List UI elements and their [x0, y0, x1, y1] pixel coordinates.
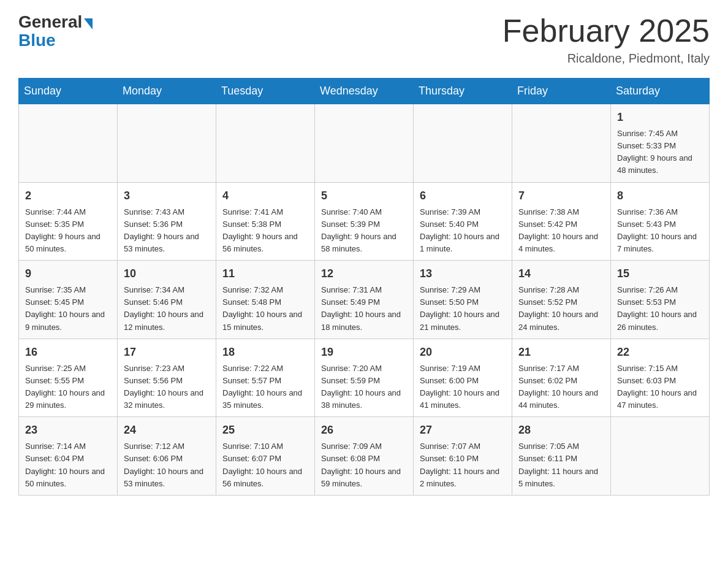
table-row: 23Sunrise: 7:14 AMSunset: 6:04 PMDayligh… [19, 417, 118, 496]
table-row: 4Sunrise: 7:41 AMSunset: 5:38 PMDaylight… [216, 182, 315, 261]
day-number: 16 [25, 344, 111, 361]
day-number: 25 [222, 422, 308, 439]
day-info: Sunrise: 7:05 AMSunset: 6:11 PMDaylight:… [518, 440, 604, 490]
calendar-week-row: 2Sunrise: 7:44 AMSunset: 5:35 PMDaylight… [19, 182, 710, 261]
day-info: Sunrise: 7:26 AMSunset: 5:53 PMDaylight:… [617, 284, 703, 334]
day-info: Sunrise: 7:07 AMSunset: 6:10 PMDaylight:… [420, 440, 506, 490]
table-row: 5Sunrise: 7:40 AMSunset: 5:39 PMDaylight… [315, 182, 414, 261]
page-header: General Blue February 2025 Ricaldone, Pi… [18, 12, 710, 66]
day-number: 28 [518, 422, 604, 439]
day-info: Sunrise: 7:45 AMSunset: 5:33 PMDaylight:… [617, 128, 703, 177]
table-row: 11Sunrise: 7:32 AMSunset: 5:48 PMDayligh… [216, 261, 315, 339]
col-wednesday: Wednesday [315, 79, 414, 104]
col-friday: Friday [512, 79, 611, 104]
table-row: 13Sunrise: 7:29 AMSunset: 5:50 PMDayligh… [414, 261, 512, 339]
day-number: 14 [518, 266, 604, 282]
day-number: 27 [420, 422, 506, 439]
day-number: 11 [222, 266, 308, 282]
table-row [512, 104, 611, 183]
table-row: 12Sunrise: 7:31 AMSunset: 5:49 PMDayligh… [315, 261, 414, 339]
day-number: 1 [617, 109, 703, 126]
table-row: 22Sunrise: 7:15 AMSunset: 6:03 PMDayligh… [611, 339, 710, 417]
col-sunday: Sunday [19, 79, 118, 104]
day-info: Sunrise: 7:20 AMSunset: 5:59 PMDaylight:… [321, 362, 407, 412]
calendar-week-row: 9Sunrise: 7:35 AMSunset: 5:45 PMDaylight… [19, 261, 710, 339]
day-info: Sunrise: 7:38 AMSunset: 5:42 PMDaylight:… [518, 206, 604, 256]
day-info: Sunrise: 7:43 AMSunset: 5:36 PMDaylight:… [124, 206, 210, 256]
day-info: Sunrise: 7:35 AMSunset: 5:45 PMDaylight:… [25, 284, 111, 334]
day-info: Sunrise: 7:28 AMSunset: 5:52 PMDaylight:… [518, 284, 604, 334]
title-section: February 2025 Ricaldone, Piedmont, Italy [502, 12, 710, 66]
day-number: 13 [420, 266, 506, 282]
table-row: 7Sunrise: 7:38 AMSunset: 5:42 PMDaylight… [512, 182, 611, 261]
day-info: Sunrise: 7:12 AMSunset: 6:06 PMDaylight:… [124, 440, 210, 490]
day-info: Sunrise: 7:41 AMSunset: 5:38 PMDaylight:… [222, 206, 308, 256]
table-row [19, 104, 118, 183]
day-number: 10 [124, 266, 210, 282]
day-info: Sunrise: 7:34 AMSunset: 5:46 PMDaylight:… [124, 284, 210, 334]
col-tuesday: Tuesday [216, 79, 315, 104]
day-info: Sunrise: 7:25 AMSunset: 5:55 PMDaylight:… [25, 362, 111, 412]
calendar-week-row: 1Sunrise: 7:45 AMSunset: 5:33 PMDaylight… [19, 104, 710, 183]
day-number: 8 [617, 188, 703, 204]
table-row: 9Sunrise: 7:35 AMSunset: 5:45 PMDaylight… [19, 261, 118, 339]
table-row: 25Sunrise: 7:10 AMSunset: 6:07 PMDayligh… [216, 417, 315, 496]
day-number: 23 [25, 422, 111, 439]
day-number: 24 [124, 422, 210, 439]
day-number: 6 [420, 188, 506, 204]
day-number: 26 [321, 422, 407, 439]
table-row: 15Sunrise: 7:26 AMSunset: 5:53 PMDayligh… [611, 261, 710, 339]
day-info: Sunrise: 7:09 AMSunset: 6:08 PMDaylight:… [321, 440, 407, 490]
day-info: Sunrise: 7:22 AMSunset: 5:57 PMDaylight:… [222, 362, 308, 412]
logo: General Blue [18, 12, 93, 50]
table-row: 21Sunrise: 7:17 AMSunset: 6:02 PMDayligh… [512, 339, 611, 417]
location-subtitle: Ricaldone, Piedmont, Italy [502, 52, 710, 66]
day-info: Sunrise: 7:19 AMSunset: 6:00 PMDaylight:… [420, 362, 506, 412]
table-row [118, 104, 216, 183]
table-row [414, 104, 512, 183]
day-info: Sunrise: 7:40 AMSunset: 5:39 PMDaylight:… [321, 206, 407, 256]
day-info: Sunrise: 7:36 AMSunset: 5:43 PMDaylight:… [617, 206, 703, 256]
table-row [611, 417, 710, 496]
table-row: 28Sunrise: 7:05 AMSunset: 6:11 PMDayligh… [512, 417, 611, 496]
logo-general-text: General [18, 12, 82, 32]
day-info: Sunrise: 7:29 AMSunset: 5:50 PMDaylight:… [420, 284, 506, 334]
table-row: 2Sunrise: 7:44 AMSunset: 5:35 PMDaylight… [19, 182, 118, 261]
day-number: 3 [124, 188, 210, 204]
day-number: 2 [25, 188, 111, 204]
day-number: 20 [420, 344, 506, 361]
calendar-week-row: 23Sunrise: 7:14 AMSunset: 6:04 PMDayligh… [19, 417, 710, 496]
day-number: 9 [25, 266, 111, 282]
day-number: 22 [617, 344, 703, 361]
logo-arrow-icon [84, 18, 93, 29]
day-info: Sunrise: 7:14 AMSunset: 6:04 PMDaylight:… [25, 440, 111, 490]
table-row: 16Sunrise: 7:25 AMSunset: 5:55 PMDayligh… [19, 339, 118, 417]
day-info: Sunrise: 7:15 AMSunset: 6:03 PMDaylight:… [617, 362, 703, 412]
col-monday: Monday [118, 79, 216, 104]
table-row: 18Sunrise: 7:22 AMSunset: 5:57 PMDayligh… [216, 339, 315, 417]
table-row [315, 104, 414, 183]
calendar-table: Sunday Monday Tuesday Wednesday Thursday… [18, 78, 710, 496]
day-number: 5 [321, 188, 407, 204]
table-row: 1Sunrise: 7:45 AMSunset: 5:33 PMDaylight… [611, 104, 710, 183]
day-number: 19 [321, 344, 407, 361]
day-info: Sunrise: 7:32 AMSunset: 5:48 PMDaylight:… [222, 284, 308, 334]
table-row: 10Sunrise: 7:34 AMSunset: 5:46 PMDayligh… [118, 261, 216, 339]
table-row: 14Sunrise: 7:28 AMSunset: 5:52 PMDayligh… [512, 261, 611, 339]
month-title: February 2025 [502, 12, 710, 49]
day-info: Sunrise: 7:23 AMSunset: 5:56 PMDaylight:… [124, 362, 210, 412]
table-row: 6Sunrise: 7:39 AMSunset: 5:40 PMDaylight… [414, 182, 512, 261]
day-info: Sunrise: 7:10 AMSunset: 6:07 PMDaylight:… [222, 440, 308, 490]
day-number: 15 [617, 266, 703, 282]
day-number: 7 [518, 188, 604, 204]
day-number: 12 [321, 266, 407, 282]
logo-blue-text: Blue [18, 31, 56, 50]
col-saturday: Saturday [611, 79, 710, 104]
calendar-week-row: 16Sunrise: 7:25 AMSunset: 5:55 PMDayligh… [19, 339, 710, 417]
day-info: Sunrise: 7:44 AMSunset: 5:35 PMDaylight:… [25, 206, 111, 256]
table-row [216, 104, 315, 183]
day-number: 4 [222, 188, 308, 204]
day-number: 21 [518, 344, 604, 361]
col-thursday: Thursday [414, 79, 512, 104]
table-row: 19Sunrise: 7:20 AMSunset: 5:59 PMDayligh… [315, 339, 414, 417]
